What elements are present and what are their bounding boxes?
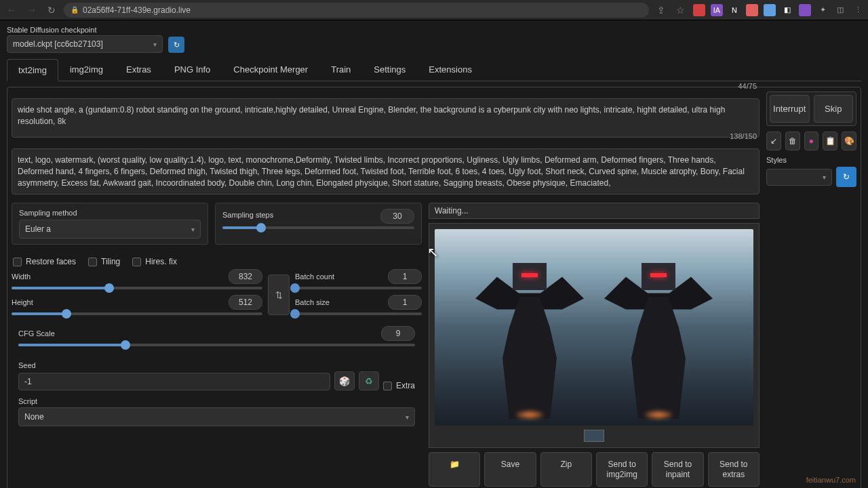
skip-button[interactable]: Skip xyxy=(814,95,854,123)
height-label: Height xyxy=(12,298,59,306)
main-tabs: txt2img img2img Extras PNG Info Checkpoi… xyxy=(7,58,861,81)
output-status: Waiting... xyxy=(429,203,760,219)
batch-count-label: Batch count xyxy=(295,272,349,281)
interrupt-button[interactable]: Interrupt xyxy=(770,95,810,123)
styles-select[interactable]: ▾ xyxy=(766,169,832,186)
chevron-down-icon: ▾ xyxy=(823,174,826,181)
width-value[interactable]: 832 xyxy=(229,269,262,284)
prompt-input[interactable]: wide shot angle, a (gundam:0.8) robot st… xyxy=(12,98,760,138)
sampling-steps-slider[interactable] xyxy=(222,226,414,229)
random-seed-button[interactable]: 🎲 xyxy=(334,371,355,390)
neg-prompt-token-count: 138/150 xyxy=(730,132,757,140)
thumbnail[interactable] xyxy=(584,430,604,442)
tab-extensions[interactable]: Extensions xyxy=(417,58,484,81)
sampling-method-label: Sampling method xyxy=(19,209,201,217)
negative-prompt-input[interactable]: text, logo, watermark, (worst quality, l… xyxy=(12,148,760,195)
hires-fix-checkbox[interactable]: Hires. fix xyxy=(132,257,177,266)
extensions-icon[interactable]: ✦ xyxy=(816,4,829,16)
palette-tool-button[interactable]: 🎨 xyxy=(842,131,856,150)
chevron-down-icon: ▾ xyxy=(153,41,157,48)
sampling-steps-label: Sampling steps xyxy=(222,211,273,219)
back-button[interactable]: ← xyxy=(4,3,19,17)
watermark: feitianwu7.com xyxy=(806,476,856,484)
ext-icon[interactable] xyxy=(746,4,758,16)
restore-faces-checkbox[interactable]: Restore faces xyxy=(13,257,76,266)
batch-count-slider[interactable] xyxy=(295,287,422,289)
batch-size-label: Batch size xyxy=(295,298,349,306)
tab-pnginfo[interactable]: PNG Info xyxy=(163,58,222,81)
height-slider[interactable] xyxy=(12,312,262,315)
url-bar[interactable]: 🔒 02a56ff4-71ff-439e.gradio.live xyxy=(64,3,649,18)
batch-count-value[interactable]: 1 xyxy=(388,269,422,284)
clipboard-tool-button[interactable]: 📋 xyxy=(823,131,837,150)
generated-image[interactable] xyxy=(435,229,753,426)
cfg-scale-slider[interactable] xyxy=(18,344,415,346)
lock-icon: 🔒 xyxy=(71,6,79,14)
styles-label: Styles xyxy=(766,156,856,164)
extra-seed-checkbox[interactable]: Extra xyxy=(383,381,415,390)
width-slider[interactable] xyxy=(12,287,262,289)
ext-icon[interactable] xyxy=(799,4,811,16)
browser-chrome: ← → ↻ 🔒 02a56ff4-71ff-439e.gradio.live ⇪… xyxy=(0,0,868,20)
extension-icons: IA N ◧ ✦ ◫ ⋮ xyxy=(693,4,864,16)
menu-icon[interactable]: ⋮ xyxy=(852,4,864,16)
star-icon[interactable]: ☆ xyxy=(673,3,688,17)
cfg-scale-label: CFG Scale xyxy=(18,329,66,338)
send-to-extras-button[interactable]: Send to extras xyxy=(708,452,760,487)
tab-settings[interactable]: Settings xyxy=(362,58,417,81)
open-folder-button[interactable]: 📁 xyxy=(429,452,480,487)
ext-icon[interactable]: ◧ xyxy=(781,4,793,16)
ext-icon[interactable] xyxy=(764,4,776,16)
checkpoint-label: Stable Diffusion checkpoint xyxy=(7,26,163,34)
tab-txt2img[interactable]: txt2img xyxy=(7,59,58,81)
clear-tool-button[interactable]: 🗑 xyxy=(785,131,800,150)
tiling-checkbox[interactable]: Tiling xyxy=(88,257,120,266)
share-icon[interactable]: ⇪ xyxy=(654,3,668,17)
tab-checkpoint-merger[interactable]: Checkpoint Merger xyxy=(222,58,319,81)
prompt-token-count: 44/75 xyxy=(738,82,757,90)
reuse-seed-button[interactable]: ♻ xyxy=(359,371,379,390)
ext-icon[interactable]: N xyxy=(728,4,741,16)
sampling-steps-value[interactable]: 30 xyxy=(380,209,414,224)
tab-train[interactable]: Train xyxy=(319,58,362,81)
swap-dimensions-button[interactable]: ⇅ xyxy=(268,274,290,315)
forward-button[interactable]: → xyxy=(24,3,39,17)
sampling-method-select[interactable]: Euler a▾ xyxy=(19,220,201,239)
seed-label: Seed xyxy=(18,361,415,369)
script-select[interactable]: None▾ xyxy=(18,407,415,426)
zip-button[interactable]: Zip xyxy=(540,452,592,487)
reload-button[interactable]: ↻ xyxy=(45,3,58,17)
ext-icon[interactable] xyxy=(693,4,705,16)
tab-img2img[interactable]: img2img xyxy=(58,58,115,81)
refresh-checkpoint-button[interactable]: ↻ xyxy=(168,37,184,53)
send-to-img2img-button[interactable]: Send to img2img xyxy=(596,452,648,487)
script-label: Script xyxy=(18,397,415,405)
width-label: Width xyxy=(12,272,59,281)
save-button[interactable]: Save xyxy=(484,452,536,487)
send-to-inpaint-button[interactable]: Send to inpaint xyxy=(652,452,703,487)
window-icon[interactable]: ◫ xyxy=(834,4,846,16)
tab-extras[interactable]: Extras xyxy=(115,58,163,81)
seed-input[interactable]: -1 xyxy=(18,373,330,390)
url-text: 02a56ff4-71ff-439e.gradio.live xyxy=(83,5,191,15)
output-image-area: ✕ xyxy=(429,223,760,448)
height-value[interactable]: 512 xyxy=(229,295,262,310)
style-tool-button[interactable]: ● xyxy=(804,131,819,150)
ext-icon[interactable]: IA xyxy=(711,4,723,16)
batch-size-slider[interactable] xyxy=(295,312,422,315)
cfg-scale-value[interactable]: 9 xyxy=(381,326,415,341)
chevron-down-icon: ▾ xyxy=(406,413,409,421)
arrow-tool-button[interactable]: ↙ xyxy=(766,131,781,150)
checkpoint-select[interactable]: model.ckpt [cc6cb27103]▾ xyxy=(7,35,163,53)
chevron-down-icon: ▾ xyxy=(191,226,195,233)
apply-style-button[interactable]: ↻ xyxy=(836,167,856,187)
batch-size-value[interactable]: 1 xyxy=(388,295,422,310)
